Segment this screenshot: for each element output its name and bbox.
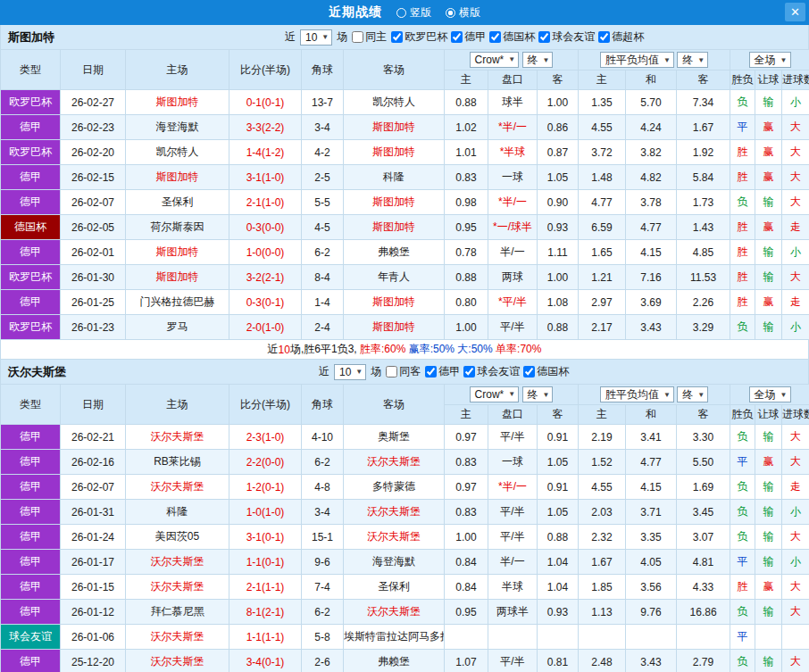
final-odds-select-2[interactable]: 终▼ (677, 52, 708, 68)
league-checkbox-input[interactable] (463, 366, 475, 377)
layout-option-vertical[interactable]: 竖版 (396, 5, 431, 21)
league-checkbox-label: 球会友谊 (477, 364, 520, 379)
league-checkbox-input[interactable] (598, 31, 610, 43)
lose-odds: 1.69 (677, 475, 730, 500)
col-asian-home: 主 (445, 405, 488, 425)
league-filter-checkbox[interactable]: 德甲 (425, 364, 460, 379)
league-type-badge: 欧罗巴杯 (1, 90, 61, 115)
result-handicap: 输 (755, 240, 782, 265)
col-date: 日期 (61, 385, 126, 425)
score: 0-3(0-1) (229, 290, 302, 315)
lose-odds: 1.43 (677, 215, 730, 240)
horizontal-radio[interactable] (446, 8, 455, 18)
corner-count: 6-2 (302, 450, 344, 475)
draw-odds: 4.77 (626, 450, 677, 475)
league-filter-checkbox[interactable]: 德国杯 (523, 364, 569, 379)
match-count-select[interactable]: 10▼ (334, 364, 366, 380)
match-row: 德甲26-01-17沃尔夫斯堡1-1(0-1)9-6海登海默0.84半/一1.0… (1, 550, 809, 575)
match-row: 德甲26-02-07圣保利2-1(1-0)5-5斯图加特0.98*半/一0.90… (1, 190, 809, 215)
vertical-radio[interactable] (396, 8, 406, 18)
chevron-down-icon: ▼ (697, 56, 705, 64)
team-name: 斯图加特 (1, 29, 54, 46)
col-euro-away: 客 (677, 405, 730, 425)
match-date: 26-02-23 (61, 115, 126, 140)
match-count-select[interactable]: 10▼ (300, 29, 332, 46)
chevron-down-icon: ▼ (663, 56, 671, 64)
handicap-line: *半/一 (488, 190, 538, 215)
league-filter-checkbox[interactable]: 德甲 (451, 29, 486, 45)
same-side-checkbox[interactable]: 同客 (386, 364, 421, 379)
col-away: 客场 (344, 385, 445, 425)
league-checkbox-input[interactable] (538, 31, 550, 43)
league-checkbox-input[interactable] (451, 31, 463, 43)
odds-company-select[interactable]: Crow*▼ (470, 386, 520, 402)
final-odds-select[interactable]: 终▼ (522, 386, 554, 402)
league-checkbox-input[interactable] (489, 31, 501, 43)
draw-odds: 3.35 (626, 525, 677, 550)
col-home: 主场 (126, 385, 229, 425)
home-team: 海登海默 (126, 115, 229, 140)
away-team: 弗赖堡 (344, 650, 445, 672)
league-filter-checkbox[interactable]: 球会友谊 (538, 29, 595, 45)
league-checkbox-input[interactable] (391, 31, 403, 43)
corner-count: 6-2 (302, 240, 344, 265)
section-header: 沃尔夫斯堡 近 10▼ 场 同客 德甲球会友谊德国杯 (0, 360, 809, 384)
same-side-label: 同客 (399, 364, 421, 379)
vertical-radio-label: 竖版 (410, 5, 431, 21)
result-goals: 小 (782, 240, 809, 265)
match-date: 25-12-20 (61, 650, 126, 672)
score: 3-1(0-1) (229, 525, 302, 550)
horizontal-radio-label: 横版 (459, 5, 480, 21)
league-filter-checkbox[interactable]: 欧罗巴杯 (391, 29, 447, 45)
final-odds-select[interactable]: 终▼ (522, 52, 554, 68)
asian-away-odds: 1.00 (538, 90, 579, 115)
lose-odds: 11.53 (677, 265, 730, 290)
league-checkbox-input[interactable] (523, 366, 535, 377)
same-side-checkbox-input[interactable] (352, 31, 363, 43)
result-handicap: 输 (755, 550, 782, 575)
match-row: 德甲25-12-20沃尔夫斯堡3-4(0-1)2-6弗赖堡1.07平/半0.81… (1, 650, 809, 672)
layout-option-horizontal[interactable]: 横版 (446, 5, 480, 21)
lose-odds: 3.30 (677, 425, 730, 450)
away-team: 圣保利 (344, 575, 445, 600)
same-side-checkbox[interactable]: 同主 (352, 29, 387, 45)
asian-home-odds: 0.80 (445, 290, 488, 315)
avg-odds-select[interactable]: 胜平负均值▼ (600, 386, 674, 402)
league-type-badge: 欧罗巴杯 (1, 265, 61, 290)
corner-count: 4-8 (302, 475, 344, 500)
result-win-lose: 胜 (730, 290, 755, 315)
league-type-badge: 德甲 (1, 550, 61, 575)
league-filter-list: 欧罗巴杯德甲德国杯球会友谊德超杯 (391, 29, 644, 45)
result-goals: 小 (782, 550, 809, 575)
close-button[interactable]: ✕ (785, 3, 805, 21)
scope-controls: 全场▼ (730, 50, 809, 71)
win-odds: 2.97 (579, 290, 626, 315)
league-filter-checkbox[interactable]: 球会友谊 (463, 364, 520, 379)
match-date: 26-01-31 (61, 500, 126, 525)
league-filter-checkbox[interactable]: 德超杯 (598, 29, 644, 45)
same-side-checkbox-input[interactable] (386, 366, 397, 377)
team-section-stuttgart: 斯图加特 近 10▼ 场 同主 欧罗巴杯德甲德国杯球会友谊德超杯 类型 日期 (0, 25, 809, 360)
win-odds: 2.03 (579, 500, 626, 525)
match-date: 26-01-17 (61, 550, 126, 575)
home-team: 沃尔夫斯堡 (126, 575, 229, 600)
league-type-badge: 德甲 (1, 450, 61, 475)
corner-count: 5-8 (302, 625, 344, 650)
col-date: 日期 (61, 50, 126, 90)
asian-home-odds: 0.83 (445, 165, 488, 190)
result-goals: 大 (782, 265, 809, 290)
scope-select[interactable]: 全场▼ (749, 52, 791, 68)
handicap-line: 半/一 (488, 240, 538, 265)
away-team: 凯尔特人 (344, 90, 445, 115)
final-odds-select-2[interactable]: 终▼ (677, 386, 708, 402)
match-date: 26-01-23 (61, 315, 126, 340)
home-team: 拜仁慕尼黑 (126, 600, 229, 625)
scope-select[interactable]: 全场▼ (749, 386, 791, 402)
league-checkbox-input[interactable] (425, 366, 437, 377)
asian-away-odds: 0.93 (538, 600, 579, 625)
asian-away-odds: 0.91 (538, 425, 579, 450)
avg-odds-select[interactable]: 胜平负均值▼ (600, 52, 674, 68)
odds-company-select[interactable]: Crow*▼ (470, 52, 520, 68)
league-filter-checkbox[interactable]: 德国杯 (489, 29, 535, 45)
asian-home-odds: 0.97 (445, 475, 488, 500)
